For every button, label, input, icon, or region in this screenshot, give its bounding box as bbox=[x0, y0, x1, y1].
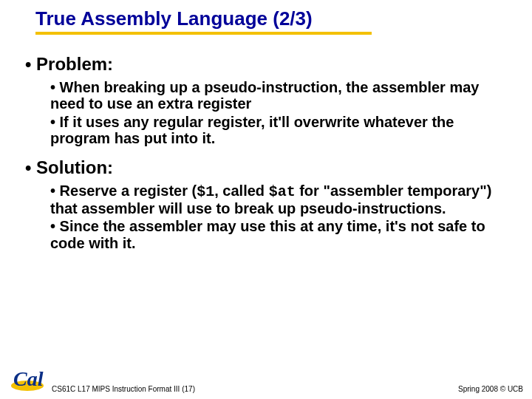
logo-text: Cal bbox=[13, 367, 44, 390]
footer-left-text: CS61C L17 MIPS Instruction Format III (1… bbox=[52, 385, 195, 393]
solution-bullet-1: • Reserve a register ($1, called $at for… bbox=[50, 183, 510, 217]
code-register-at: $at bbox=[269, 183, 296, 200]
text: • Reserve a register ( bbox=[50, 183, 197, 199]
solution-bullet-2: • Since the assembler may use this at an… bbox=[50, 218, 510, 251]
problem-bullet-2: • If it uses any regular register, it'll… bbox=[50, 114, 510, 147]
slide-title: True Assembly Language (2/3) bbox=[35, 7, 372, 35]
code-register-1: $1 bbox=[197, 183, 214, 200]
problem-heading: • Problem: bbox=[25, 54, 510, 75]
problem-bullet-1: • When breaking up a pseudo-instruction,… bbox=[50, 79, 510, 112]
text: , called bbox=[214, 183, 268, 199]
footer-right-text: Spring 2008 © UCB bbox=[458, 385, 523, 393]
solution-heading: • Solution: bbox=[25, 157, 510, 178]
cal-logo-icon: Cal bbox=[9, 366, 46, 393]
slide-footer: Cal CS61C L17 MIPS Instruction Format II… bbox=[9, 366, 523, 393]
slide-content: • Problem: • When breaking up a pseudo-i… bbox=[0, 35, 532, 251]
